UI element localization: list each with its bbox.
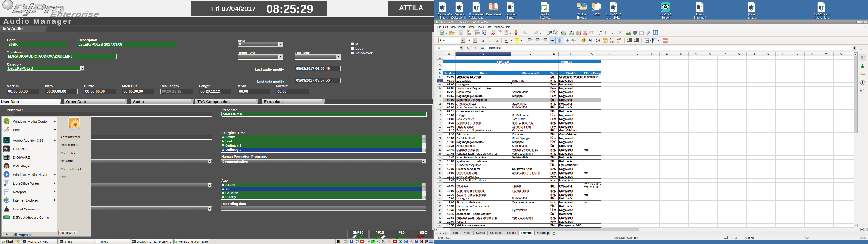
svg-text:.000: .000 bbox=[610, 41, 614, 43]
svg-text:P: P bbox=[6, 148, 8, 150]
svg-text:.000: .000 bbox=[617, 38, 621, 41]
svg-text:Au: Au bbox=[4, 139, 8, 142]
svg-text:fx: fx bbox=[467, 47, 470, 51]
svg-text:DML: DML bbox=[5, 167, 8, 169]
svg-text:PDF: PDF bbox=[468, 33, 471, 35]
svg-text:%: % bbox=[589, 38, 592, 43]
svg-text:a: a bbox=[496, 38, 498, 43]
svg-text:$: $ bbox=[584, 39, 585, 41]
svg-text:0.0: 0.0 bbox=[596, 39, 600, 42]
svg-text:Dj: Dj bbox=[60, 241, 62, 242]
svg-text:a: a bbox=[489, 38, 492, 43]
svg-text:a: a bbox=[482, 38, 484, 43]
svg-text:a: a bbox=[505, 38, 507, 42]
svg-text:0↩: 0↩ bbox=[617, 41, 620, 43]
svg-text:Enterprise: Enterprise bbox=[4, 150, 10, 152]
svg-text:Σ: Σ bbox=[475, 45, 477, 50]
svg-text:fx: fx bbox=[860, 89, 863, 92]
svg-text:?: ? bbox=[351, 240, 352, 243]
svg-text:Dj: Dj bbox=[24, 241, 25, 242]
svg-text:T: T bbox=[862, 65, 864, 69]
svg-text:Abc: Abc bbox=[547, 30, 552, 33]
svg-text:0→: 0→ bbox=[610, 38, 613, 41]
svg-text:31: 31 bbox=[604, 39, 607, 42]
